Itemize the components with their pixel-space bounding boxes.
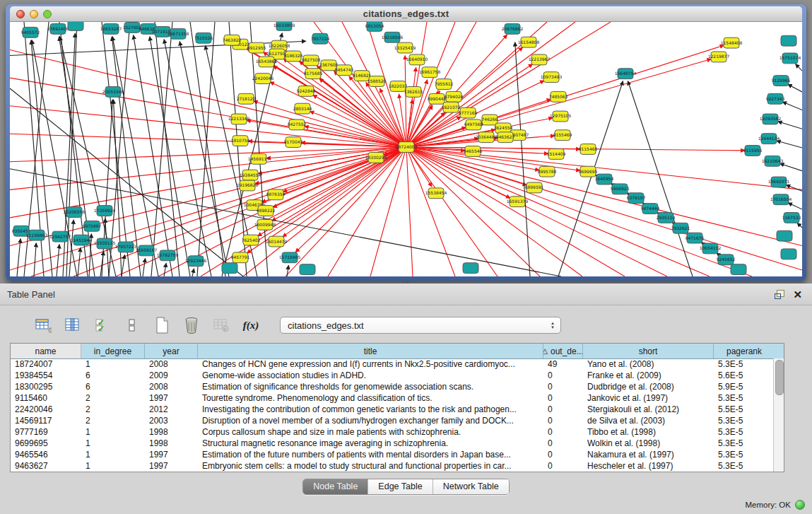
graph-node[interactable]: 12942757 — [49, 231, 71, 242]
cell-name[interactable]: 9463627 — [11, 461, 81, 471]
graph-edge[interactable] — [17, 239, 20, 276]
cell-out_degree[interactable]: 0 — [543, 416, 583, 426]
cell-title[interactable]: Tourette syndrome. Phenomenology and cla… — [198, 393, 543, 403]
cell-pagerank[interactable]: 5.3E-5 — [714, 393, 773, 403]
table-select-dropdown[interactable]: citations_edges.txt ▲▼ — [280, 317, 561, 334]
graph-node[interactable]: 13325419 — [394, 42, 416, 53]
graph-node[interactable]: 7857224 — [311, 33, 330, 44]
graph-node[interactable]: 1588520 — [367, 76, 387, 87]
cell-title[interactable]: Genome-wide association studies in ADHD. — [198, 370, 543, 380]
tab-network-table[interactable]: Network Table — [433, 479, 509, 494]
table-row[interactable]: 977716911998Corpus callosum shape and si… — [11, 426, 773, 438]
graph-node[interactable]: 20876862 — [502, 23, 524, 34]
cell-title[interactable]: Changes of HCN gene expression and I(f) … — [198, 359, 543, 369]
column-header-in_degree[interactable]: in_degree — [81, 344, 145, 358]
graph-node[interactable]: 16543862 — [256, 57, 278, 67]
graph-node[interactable]: 9227343 — [766, 93, 785, 104]
graph-node[interactable]: 27691406 — [47, 23, 69, 34]
graph-node[interactable] — [463, 263, 478, 274]
cell-title[interactable]: Disruption of a novel member of a sodium… — [198, 416, 543, 426]
table-row[interactable]: 969969511998Structural magnetic resonanc… — [11, 438, 773, 449]
graph-node[interactable]: 18724007 — [396, 142, 418, 153]
graph-edge[interactable] — [405, 55, 406, 147]
graph-node[interactable] — [731, 264, 746, 275]
cell-short[interactable]: Dudbridge et al. (2008) — [583, 382, 714, 392]
cell-pagerank[interactable]: 5.6E-5 — [714, 370, 773, 380]
float-panel-icon[interactable] — [775, 290, 784, 299]
graph-node[interactable]: 1810754 — [231, 136, 250, 146]
graph-edge[interactable] — [406, 22, 575, 147]
graph-edge[interactable] — [797, 223, 802, 227]
column-header-pagerank[interactable]: pagerank — [714, 344, 775, 358]
graph-edge[interactable] — [287, 265, 288, 276]
select-visible-columns-button[interactable]: ✓✓ — [93, 316, 112, 334]
graph-node[interactable]: 6794024 — [445, 91, 464, 102]
column-header-short[interactable]: short — [583, 344, 714, 358]
column-header-title[interactable]: title — [198, 344, 543, 358]
cell-in_degree[interactable]: 2 — [81, 393, 145, 403]
graph-node[interactable]: 17359924 — [94, 206, 116, 216]
cell-year[interactable]: 1997 — [145, 450, 198, 460]
graph-node[interactable]: 9129966 — [772, 76, 791, 86]
graph-node[interactable]: 12213349 — [228, 114, 250, 124]
graph-edge[interactable] — [406, 147, 752, 276]
graph-node[interactable]: 7463822 — [223, 35, 242, 45]
graph-node[interactable]: 6379197 — [627, 193, 646, 204]
graph-node[interactable]: 16961758 — [419, 67, 441, 78]
graph-node[interactable]: 18300295 — [365, 152, 387, 163]
cell-in_degree[interactable]: 2 — [81, 404, 145, 414]
cell-in_degree[interactable]: 1 — [81, 461, 145, 471]
import-table-disabled-button[interactable]: x — [212, 316, 230, 334]
graph-node[interactable]: 8995788 — [538, 166, 557, 177]
cell-pagerank[interactable]: 5.3E-5 — [714, 438, 773, 448]
table-row[interactable]: 911546021997Tourette syndrome. Phenomeno… — [11, 392, 773, 404]
graph-node[interactable]: 20364486 — [476, 132, 498, 143]
graph-node[interactable]: 9827508 — [302, 55, 321, 66]
graph-node[interactable]: 7625402 — [242, 235, 261, 245]
graph-node[interactable]: 8454743 — [335, 65, 354, 76]
cell-pagerank[interactable]: 5.3E-5 — [714, 416, 773, 426]
graph-node[interactable]: 15718485 — [279, 252, 301, 263]
cell-title[interactable]: Estimation of the future numbers of pati… — [198, 450, 543, 460]
graph-node[interactable]: 9115955 — [743, 146, 763, 156]
cell-title[interactable]: Estimation of significance thresholds fo… — [198, 382, 543, 392]
graph-node[interactable]: 9474444 — [641, 204, 660, 214]
graph-node[interactable]: 16671358 — [167, 28, 189, 39]
cell-in_degree[interactable]: 6 — [81, 370, 145, 380]
graph-node[interactable]: 16154808 — [518, 37, 540, 47]
cell-title[interactable]: Structural magnetic resonance image aver… — [198, 438, 543, 448]
cell-short[interactable]: de Silva et al. (2003) — [583, 416, 714, 426]
graph-node[interactable]: 1621072 — [442, 102, 461, 112]
graph-edge[interactable] — [283, 147, 406, 237]
graph-edge[interactable] — [34, 243, 36, 276]
graph-node[interactable]: 9115460 — [579, 144, 598, 155]
graph-node[interactable]: 5958923 — [611, 184, 630, 194]
graph-node[interactable]: 19218596 — [382, 32, 404, 42]
graph-node[interactable]: 15538454 — [425, 188, 447, 199]
cell-out_degree[interactable]: 0 — [543, 438, 583, 448]
cell-in_degree[interactable]: 1 — [81, 359, 145, 369]
graph-node[interactable]: 16640910 — [406, 54, 428, 65]
graph-node[interactable]: 10653287 — [100, 23, 122, 34]
cell-short[interactable]: Stergiakouli et al. (2012) — [583, 404, 714, 414]
graph-edge[interactable] — [295, 147, 406, 252]
cell-pagerank[interactable]: 5.5E-5 — [714, 404, 773, 414]
graph-node[interactable]: 20053346 — [102, 86, 124, 97]
cell-name[interactable]: 22420046 — [11, 404, 81, 414]
cell-out_degree[interactable]: 0 — [543, 393, 583, 403]
graph-node[interactable] — [781, 35, 796, 46]
cell-short[interactable]: Wolkin et al. (1998) — [583, 438, 714, 448]
cell-year[interactable]: 2012 — [145, 404, 198, 414]
graph-node[interactable]: 1640954 — [595, 174, 614, 185]
graph-node[interactable]: 16782759 — [157, 250, 179, 261]
graph-edge[interactable] — [143, 258, 146, 276]
graph-node[interactable]: 7485063 — [549, 91, 568, 102]
graph-node[interactable]: 9242848 — [297, 86, 316, 96]
cell-out_degree[interactable]: 0 — [543, 450, 583, 460]
graph-node[interactable]: 12975105 — [550, 111, 572, 122]
graph-node[interactable]: 8471676 — [686, 233, 705, 243]
tab-node-table[interactable]: Node Table — [303, 479, 368, 494]
graph-node[interactable]: 14569117 — [248, 153, 270, 164]
graph-node[interactable]: 1514409 — [547, 149, 566, 160]
table-vertical-scrollbar[interactable] — [773, 358, 784, 472]
